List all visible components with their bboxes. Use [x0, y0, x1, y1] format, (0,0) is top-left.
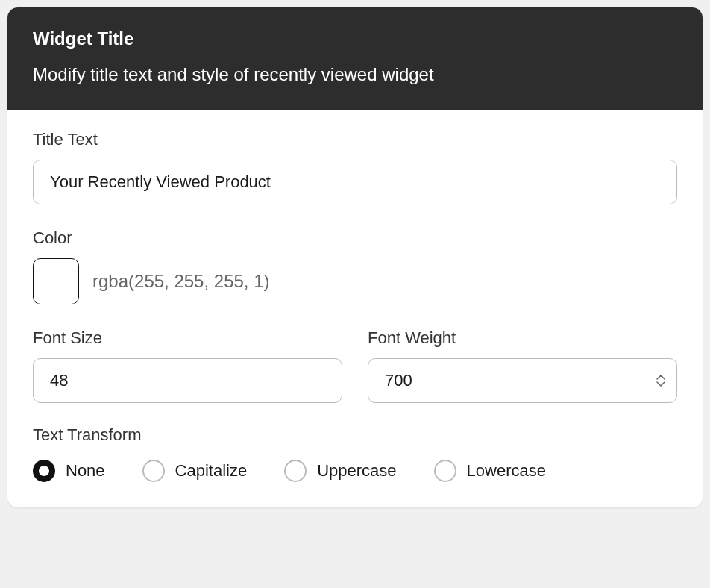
font-weight-label: Font Weight: [368, 328, 677, 348]
text-transform-radios: None Capitalize Uppercase Lowercase: [33, 460, 677, 482]
color-field: Color rgba(255, 255, 255, 1): [33, 228, 677, 304]
widget-title-card: Widget Title Modify title text and style…: [7, 7, 703, 507]
font-weight-field: Font Weight: [368, 328, 677, 403]
color-row: rgba(255, 255, 255, 1): [33, 258, 677, 304]
font-row: Font Size Font Weight: [33, 328, 677, 425]
title-text-field: Title Text: [33, 130, 677, 204]
font-size-input[interactable]: [33, 358, 342, 403]
card-title: Widget Title: [33, 28, 677, 49]
color-value: rgba(255, 255, 255, 1): [92, 271, 270, 292]
font-size-field: Font Size: [33, 328, 342, 403]
radio-capitalize[interactable]: Capitalize: [142, 460, 248, 482]
radio-lowercase[interactable]: Lowercase: [434, 460, 546, 482]
radio-icon-checked: [33, 460, 55, 482]
card-header: Widget Title Modify title text and style…: [7, 7, 703, 110]
radio-lowercase-label: Lowercase: [467, 461, 546, 481]
radio-uppercase-label: Uppercase: [317, 461, 396, 481]
title-text-label: Title Text: [33, 130, 677, 149]
radio-none-label: None: [66, 461, 105, 481]
radio-icon-unchecked: [434, 460, 456, 482]
text-transform-field: Text Transform None Capitalize Uppercase…: [33, 425, 677, 482]
radio-icon-unchecked: [142, 460, 165, 482]
title-text-input[interactable]: [33, 160, 677, 204]
card-body: Title Text Color rgba(255, 255, 255, 1) …: [7, 110, 703, 507]
radio-none[interactable]: None: [33, 460, 105, 482]
card-description: Modify title text and style of recently …: [33, 64, 677, 85]
text-transform-label: Text Transform: [33, 425, 677, 445]
color-swatch[interactable]: [33, 258, 79, 304]
radio-capitalize-label: Capitalize: [175, 461, 248, 481]
radio-icon-unchecked: [284, 460, 307, 482]
color-label: Color: [33, 228, 677, 248]
font-weight-select[interactable]: [368, 358, 677, 403]
radio-uppercase[interactable]: Uppercase: [284, 460, 396, 482]
font-size-label: Font Size: [33, 328, 342, 348]
